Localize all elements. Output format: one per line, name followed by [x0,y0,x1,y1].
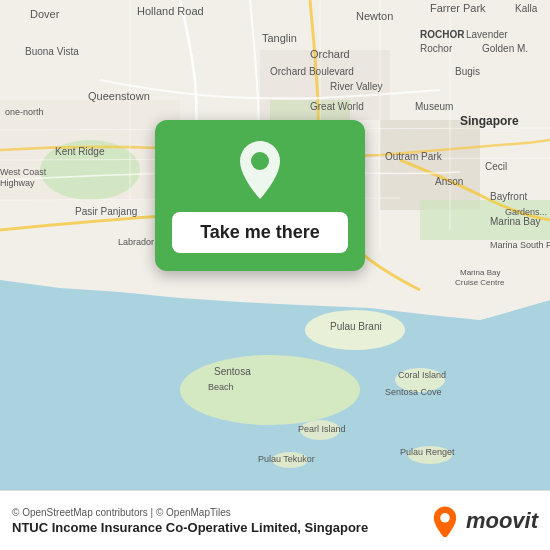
location-icon-wrapper [230,140,290,200]
svg-point-66 [440,513,450,523]
svg-text:Sentosa: Sentosa [214,366,251,377]
svg-text:Orchard Boulevard: Orchard Boulevard [270,66,354,77]
svg-text:Bugis: Bugis [455,66,480,77]
svg-text:one-north: one-north [5,107,44,117]
svg-text:Singapore: Singapore [460,114,519,128]
svg-text:Museum: Museum [415,101,453,112]
moovit-icon [429,505,461,537]
svg-text:Kent Ridge: Kent Ridge [55,146,105,157]
svg-text:Pulau Tekukor: Pulau Tekukor [258,454,315,464]
svg-text:Anson: Anson [435,176,463,187]
svg-point-65 [251,152,269,170]
svg-text:Newton: Newton [356,10,393,22]
svg-point-3 [180,355,360,425]
svg-text:Sentosa Cove: Sentosa Cove [385,387,442,397]
svg-text:ROCHOR: ROCHOR [420,29,465,40]
svg-text:Marina Bay: Marina Bay [460,268,500,277]
svg-text:Great World: Great World [310,101,364,112]
svg-text:Queenstown: Queenstown [88,90,150,102]
svg-text:West Coast: West Coast [0,167,47,177]
svg-text:Dover: Dover [30,8,60,20]
take-me-there-button[interactable]: Take me there [172,212,348,253]
map-container: Dover Newton Farrer Park Kalla Holland R… [0,0,550,490]
svg-text:Highway: Highway [0,178,35,188]
svg-text:Outram Park: Outram Park [385,151,443,162]
svg-text:Cruise Centre: Cruise Centre [455,278,505,287]
svg-text:Pulau Renget: Pulau Renget [400,447,455,457]
svg-text:Marina South P...: Marina South P... [490,240,550,250]
svg-rect-9 [380,120,480,210]
company-name: NTUC Income Insurance Co-Operative Limit… [12,520,368,535]
svg-text:Pulau Brani: Pulau Brani [330,321,382,332]
svg-text:Tanglin: Tanglin [262,32,297,44]
svg-text:Kalla: Kalla [515,3,538,14]
svg-text:Orchard: Orchard [310,48,350,60]
svg-text:Holland Road: Holland Road [137,5,204,17]
svg-text:Marina Bay: Marina Bay [490,216,541,227]
svg-text:Lavender: Lavender [466,29,508,40]
map-card: Take me there [155,120,365,271]
svg-text:Rochor: Rochor [420,43,453,54]
moovit-logo: moovit [429,505,538,537]
svg-text:River Valley: River Valley [330,81,383,92]
moovit-label: moovit [466,508,538,534]
svg-text:Bayfront: Bayfront [490,191,527,202]
svg-text:Coral Island: Coral Island [398,370,446,380]
attribution-bar: © OpenStreetMap contributors | © OpenMap… [0,490,550,550]
svg-text:Pearl Island: Pearl Island [298,424,346,434]
attribution-left: © OpenStreetMap contributors | © OpenMap… [12,507,368,535]
svg-text:Farrer Park: Farrer Park [430,2,486,14]
svg-text:Golden M.: Golden M. [482,43,528,54]
svg-text:Buona Vista: Buona Vista [25,46,79,57]
svg-text:Beach: Beach [208,382,234,392]
location-pin-icon [234,139,286,201]
svg-text:Cecil: Cecil [485,161,507,172]
svg-text:Pasir Panjang: Pasir Panjang [75,206,137,217]
copyright-text: © OpenStreetMap contributors | © OpenMap… [12,507,368,518]
